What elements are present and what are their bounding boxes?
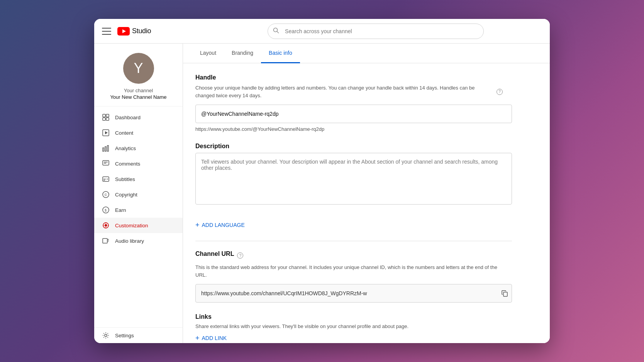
svg-point-29 xyxy=(105,225,107,227)
sidebar-item-dashboard[interactable]: Dashboard xyxy=(94,110,183,125)
handle-help-icon[interactable]: ? xyxy=(497,89,503,95)
sidebar-item-label: Analytics xyxy=(115,145,136,151)
sidebar-item-label: Comments xyxy=(115,161,140,167)
channel-url-help-icon[interactable]: ? xyxy=(237,252,243,259)
sidebar-item-settings[interactable]: Settings xyxy=(94,327,183,343)
channel-label: Your channel xyxy=(124,88,153,93)
svg-rect-7 xyxy=(106,118,109,120)
youtube-logo-icon xyxy=(117,27,130,36)
analytics-icon xyxy=(102,144,110,152)
svg-rect-4 xyxy=(103,114,105,117)
sidebar-item-comments[interactable]: Comments xyxy=(94,156,183,171)
svg-rect-12 xyxy=(107,145,108,151)
svg-rect-6 xyxy=(103,118,105,120)
sidebar-item-subtitles[interactable]: Subtitles xyxy=(94,171,183,187)
svg-line-32 xyxy=(107,241,109,241)
channel-url-section: Channel URL ? This is the standard web a… xyxy=(195,250,503,303)
sidebar-item-label: Dashboard xyxy=(115,115,141,120)
add-link-button[interactable]: + ADD LINK xyxy=(195,335,227,342)
divider xyxy=(195,241,512,241)
url-input-wrap xyxy=(195,284,512,303)
menu-icon[interactable] xyxy=(102,27,111,36)
sidebar-item-content[interactable]: Content xyxy=(94,125,183,140)
sidebar-item-label: Copyright xyxy=(115,192,137,198)
dashboard-icon xyxy=(102,113,110,121)
description-textarea[interactable] xyxy=(195,153,512,205)
sidebar-item-label: Audio library xyxy=(115,238,144,244)
svg-text:©: © xyxy=(105,193,107,197)
sidebar-item-label: Subtitles xyxy=(115,176,135,182)
plus-icon: + xyxy=(195,222,200,228)
sidebar-item-label: Customization xyxy=(115,223,148,228)
sidebar-item-earn[interactable]: $ Earn xyxy=(94,202,183,218)
sidebar-item-analytics[interactable]: Analytics xyxy=(94,140,183,156)
svg-rect-11 xyxy=(105,147,106,151)
handle-title: Handle xyxy=(195,74,503,81)
app-window: Studio Y Your channel Your New Channel N… xyxy=(94,19,550,343)
tabs: Layout Branding Basic info xyxy=(183,44,550,63)
links-section: Links Share external links with your vie… xyxy=(195,313,503,342)
svg-rect-10 xyxy=(103,148,104,151)
subtitles-icon xyxy=(102,175,110,183)
logo-area: Studio xyxy=(117,27,151,36)
svg-rect-5 xyxy=(106,114,109,117)
copy-url-button[interactable] xyxy=(501,290,508,297)
handle-description: Choose your unique handle by adding lett… xyxy=(195,84,503,99)
content-icon xyxy=(102,129,110,137)
svg-rect-30 xyxy=(103,239,107,243)
form-content: Handle Choose your unique handle by addi… xyxy=(183,63,515,343)
main-layout: Y Your channel Your New Channel Name xyxy=(94,44,550,343)
plus-icon: + xyxy=(195,335,200,342)
channel-url-input[interactable] xyxy=(195,284,512,303)
svg-line-31 xyxy=(107,239,109,240)
sidebar-item-label: Content xyxy=(115,130,133,136)
search-input[interactable] xyxy=(268,24,484,39)
links-title: Links xyxy=(195,313,503,320)
sidebar-item-audio-library[interactable]: Audio library xyxy=(94,233,183,249)
sidebar-item-label: Earn xyxy=(115,207,126,213)
svg-text:$: $ xyxy=(105,208,107,212)
tab-branding[interactable]: Branding xyxy=(224,44,261,63)
audio-library-icon xyxy=(102,237,110,245)
description-title: Description xyxy=(195,143,503,150)
handle-url-preview: https://www.youtube.com/@YourNewChannelN… xyxy=(195,126,503,132)
copyright-icon: © xyxy=(102,191,110,198)
svg-rect-13 xyxy=(103,161,109,165)
content-area: Layout Branding Basic info Handle Choose… xyxy=(183,44,550,343)
sidebar-item-label: Settings xyxy=(115,333,134,338)
channel-url-title-row: Channel URL ? xyxy=(195,250,503,261)
channel-url-description: This is the standard web address for you… xyxy=(195,264,503,279)
copy-icon xyxy=(501,290,508,297)
studio-label: Studio xyxy=(132,27,151,35)
sidebar: Y Your channel Your New Channel Name xyxy=(94,44,183,343)
svg-line-3 xyxy=(277,31,279,33)
handle-section: Handle Choose your unique handle by addi… xyxy=(195,74,503,132)
links-description: Share external links with your viewers. … xyxy=(195,323,503,329)
comments-icon xyxy=(102,160,110,167)
add-language-button[interactable]: + ADD LANGUAGE xyxy=(195,222,245,228)
channel-section: Y Your channel Your New Channel Name xyxy=(94,44,183,107)
search-bar xyxy=(268,24,484,39)
settings-icon xyxy=(102,332,110,339)
sidebar-item-copyright[interactable]: © Copyright xyxy=(94,187,183,202)
svg-marker-9 xyxy=(105,131,108,134)
earn-icon: $ xyxy=(102,206,110,214)
channel-url-title: Channel URL xyxy=(195,250,234,257)
handle-input[interactable] xyxy=(195,105,512,123)
svg-rect-34 xyxy=(503,292,507,296)
avatar: Y xyxy=(123,53,154,84)
top-bar: Studio xyxy=(94,19,550,44)
sidebar-item-customization[interactable]: Customization xyxy=(94,218,183,233)
channel-name: Your New Channel Name xyxy=(110,94,166,100)
svg-point-33 xyxy=(105,334,107,337)
search-icon xyxy=(273,27,279,35)
nav-items: Dashboard Content xyxy=(94,107,183,327)
tab-basic-info[interactable]: Basic info xyxy=(261,44,300,63)
customization-icon xyxy=(102,222,110,229)
tab-layout[interactable]: Layout xyxy=(192,44,224,63)
description-section: Description xyxy=(195,143,503,211)
